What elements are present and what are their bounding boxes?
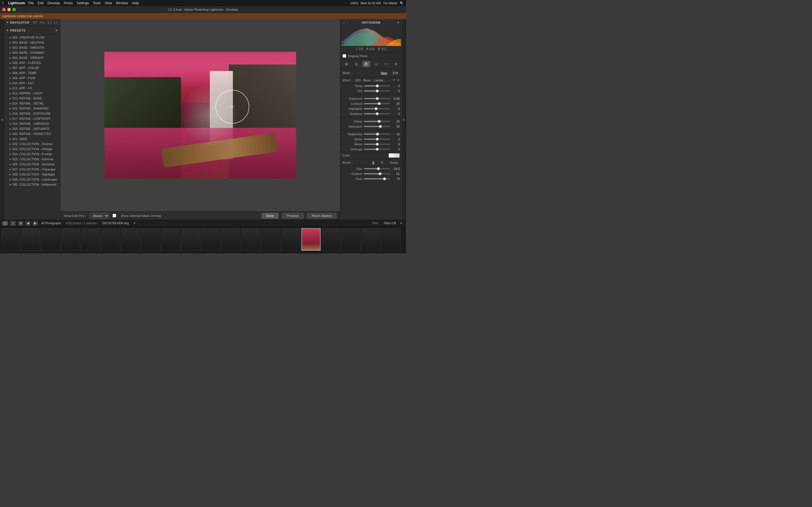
menu-help[interactable]: Help xyxy=(132,1,139,5)
filmstrip-thumb-11[interactable] xyxy=(221,228,241,251)
preset-item-014[interactable]: ▶014. REFINE - DETAIL xyxy=(4,101,60,106)
preset-item-003[interactable]: ▶003. BASE - SMOOTH xyxy=(4,45,60,50)
effect-reset-icon[interactable]: ↺ xyxy=(393,78,395,82)
close-button[interactable] xyxy=(2,8,6,11)
brush-erase-btn[interactable]: Erase xyxy=(388,160,400,165)
filmstrip-thumb-3[interactable] xyxy=(61,228,80,251)
nav-fill[interactable]: FILL xyxy=(40,21,45,24)
oval-tool-icon[interactable]: ⬭ xyxy=(382,61,390,67)
minimize-button[interactable] xyxy=(7,8,11,11)
preset-item-007[interactable]: ▶007. APP - COLOR xyxy=(4,65,60,70)
filmstrip-thumb-13[interactable] xyxy=(261,228,281,251)
preset-item-019[interactable]: ▶019. REFINE - SATURATE xyxy=(4,126,60,131)
filmstrip-thumb-19[interactable] xyxy=(382,228,401,251)
filmstrip-thumb-5[interactable] xyxy=(101,228,120,251)
filmstrip-thumb-17[interactable] xyxy=(342,228,361,251)
filmstrip-thumb-14[interactable] xyxy=(282,228,301,251)
brush-size-track[interactable] xyxy=(364,168,390,169)
menu-window[interactable]: Window xyxy=(116,1,128,5)
preset-item-016[interactable]: ▶016. REFINE - EXPOSURE xyxy=(4,111,60,116)
filename-dropdown[interactable]: ▼ xyxy=(132,221,137,225)
filmstrip-thumb-2[interactable] xyxy=(41,228,60,251)
previous-button[interactable]: Previous xyxy=(282,213,304,219)
done-button[interactable]: Done xyxy=(262,213,278,219)
filmstrip-thumb-15[interactable] xyxy=(301,228,320,251)
view-num-1[interactable]: 1 xyxy=(2,221,8,226)
brush-flow-track[interactable] xyxy=(364,178,390,179)
presets-title-row[interactable]: ▼ Presets xyxy=(6,29,26,32)
preset-item-005[interactable]: ▶005. BASE - VIBRANT xyxy=(4,55,60,60)
menu-settings[interactable]: Settings xyxy=(77,1,89,5)
maximize-button[interactable] xyxy=(12,8,16,11)
preset-item-012[interactable]: ▶012. REFINE - LIGHT xyxy=(4,91,60,96)
filmstrip-thumb-4[interactable] xyxy=(81,228,100,251)
original-photo-checkbox[interactable] xyxy=(343,54,346,58)
preset-item-028[interactable]: ▶028. COLLECTION - Nightlight xyxy=(4,172,60,177)
next-nav-btn[interactable]: ▶ xyxy=(33,221,38,226)
preset-item-023[interactable]: ▶023. COLLECTION - Vintage xyxy=(4,147,60,152)
preset-item-006[interactable]: ▶006. APP - CURVES xyxy=(4,60,60,65)
circle-tool-icon[interactable]: ◎ xyxy=(352,61,360,67)
filmstrip-thumb-12[interactable] xyxy=(241,228,260,251)
preset-item-011[interactable]: ▶011. APP - FX xyxy=(4,86,60,91)
rect-tool-icon[interactable]: ▭ xyxy=(372,61,380,67)
grid-view-btn[interactable]: ⊞ xyxy=(18,221,23,226)
moire-track[interactable] xyxy=(364,144,390,145)
filmstrip-thumb-16[interactable] xyxy=(321,228,341,251)
app-name[interactable]: Lightroom xyxy=(8,1,25,5)
preset-item-024[interactable]: ▶024. COLLECTION - Portrait xyxy=(4,152,60,157)
preset-item-029[interactable]: ▶029. COLLECTION - Landscape xyxy=(4,177,60,182)
nav-1-2[interactable]: 1:2 xyxy=(54,21,58,24)
preset-item-001[interactable]: ▶001. CREATIVE FLOW xyxy=(4,35,60,40)
filmstrip-toggle[interactable]: ▼ xyxy=(0,252,406,253)
defringe-track[interactable] xyxy=(364,149,390,150)
all-photos-btn[interactable]: All Photographs xyxy=(40,221,62,225)
sun-tool-icon[interactable]: ✳ xyxy=(392,61,400,67)
tint-track[interactable] xyxy=(364,91,390,92)
color-swatch[interactable] xyxy=(389,153,400,158)
menu-tools[interactable]: Tools xyxy=(93,1,101,5)
filter-value[interactable]: Filters Off xyxy=(383,221,397,225)
grid-tool-icon[interactable]: ⊞ xyxy=(343,61,350,67)
filmstrip-thumb-9[interactable] xyxy=(181,228,200,251)
preset-item-008[interactable]: ▶008. APP - TEMP xyxy=(4,70,60,75)
menu-view[interactable]: View xyxy=(105,1,112,5)
prev-nav-btn[interactable]: ◀ xyxy=(26,221,31,226)
shadows-track[interactable] xyxy=(364,113,390,114)
add-preset-icon[interactable]: + xyxy=(55,28,58,33)
preset-item-026[interactable]: ▶026. COLLECTION - Sunshine xyxy=(4,162,60,167)
nav-fit[interactable]: FIT xyxy=(33,21,38,24)
nav-1-1[interactable]: 1:1 xyxy=(48,21,52,24)
search-icon[interactable]: 🔍 xyxy=(400,1,404,5)
saturation-track[interactable] xyxy=(364,126,390,127)
menu-photo[interactable]: Photo xyxy=(64,1,73,5)
preset-item-030[interactable]: ▶030. COLLECTION - Hollywood xyxy=(4,182,60,187)
preset-item-002[interactable]: ▶002. BASE - NEUTRAL xyxy=(4,40,60,45)
preset-item-009[interactable]: ▶009. APP - FILM xyxy=(4,75,60,80)
navigator-header[interactable]: ▼ Navigator xyxy=(6,21,29,24)
filmstrip-thumb-10[interactable] xyxy=(201,228,220,251)
dot-tool-icon[interactable]: ⦿ xyxy=(362,61,370,67)
menu-develop[interactable]: Develop xyxy=(47,1,60,5)
preset-item-013[interactable]: ▶013. REFINE - BASE xyxy=(4,96,60,101)
preset-item-027[interactable]: ▶027. COLLECTION - Cityscape xyxy=(4,167,60,172)
contrast-track[interactable] xyxy=(364,103,390,104)
right-panel-collapse[interactable]: ▶ xyxy=(402,19,406,220)
highlights-track[interactable] xyxy=(364,108,390,109)
show-edit-pins-select[interactable]: Always xyxy=(90,213,109,219)
filmstrip-thumb-6[interactable] xyxy=(121,228,140,251)
preset-item-020[interactable]: ▶020. REFINE - VIGNETTES xyxy=(4,131,60,136)
preset-item-004[interactable]: ▶004. BASE - DYNAMIC xyxy=(4,50,60,55)
clarity-track[interactable] xyxy=(364,121,390,122)
brush-a-btn[interactable]: A xyxy=(371,160,376,165)
preset-item-015[interactable]: ▶015. REFINE - SHARPEN xyxy=(4,106,60,111)
left-panel-collapse[interactable]: ◀ xyxy=(0,19,4,220)
preset-item-017[interactable]: ▶017. REFINE - CONTRAST xyxy=(4,116,60,121)
histogram-menu-icon[interactable]: ▼ xyxy=(397,21,400,24)
show-mask-checkbox[interactable] xyxy=(112,214,116,217)
filmstrip-thumb-0[interactable] xyxy=(1,228,20,251)
mask-new-btn[interactable]: New xyxy=(379,71,389,75)
brush-b-btn[interactable]: B xyxy=(379,160,385,165)
sharpness-track[interactable] xyxy=(364,133,390,135)
noise-track[interactable] xyxy=(364,138,390,140)
